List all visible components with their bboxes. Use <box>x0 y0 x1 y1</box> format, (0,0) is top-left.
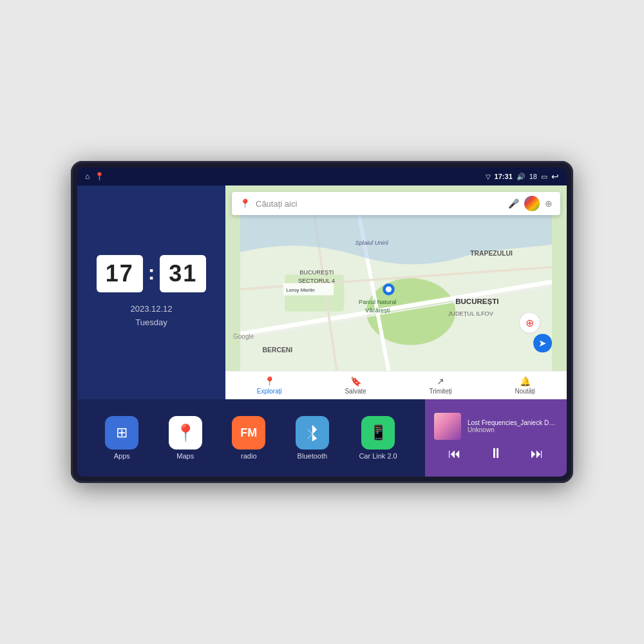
clock-panel: 17 : 31 2023.12.12 Tuesday <box>77 185 225 399</box>
prev-button[interactable]: ⏮ <box>448 447 461 460</box>
map-nav-explore[interactable]: 📍 Explorați <box>257 376 282 395</box>
app-shortcut-carlink[interactable]: 📱 Car Link 2.0 <box>359 416 397 460</box>
map-nav-share[interactable]: ↗ Trimiteți <box>430 376 452 395</box>
svg-text:➤: ➤ <box>538 337 547 348</box>
back-icon[interactable]: ↩ <box>551 171 559 182</box>
app-shortcut-radio[interactable]: FM radio <box>232 416 265 460</box>
clock-colon: : <box>148 261 155 285</box>
map-svg: TRAPEZULUI BUCUREȘTI JUDEȚUL ILFOV BERCE… <box>225 215 567 371</box>
next-button[interactable]: ⏭ <box>531 447 544 460</box>
map-search-placeholder: Căutați aici <box>256 199 503 209</box>
map-pin-icon: 📍 <box>240 198 251 209</box>
svg-text:⊕: ⊕ <box>526 317 534 328</box>
map-search-bar[interactable]: 📍 Căutați aici 🎤 ⊕ <box>232 192 560 215</box>
status-right-info: ▽ 17:31 🔊 18 ▭ ↩ <box>486 171 559 182</box>
clock-date: 2023.12.12 Tuesday <box>130 303 172 330</box>
music-info: Lost Frequencies_Janieck Devy-... Unknow… <box>468 419 558 433</box>
svg-text:BUCUREȘTI: BUCUREȘTI <box>455 298 498 305</box>
radio-icon: FM <box>232 416 265 450</box>
svg-point-16 <box>386 287 392 292</box>
music-artist: Unknown <box>468 426 558 433</box>
svg-text:BUCUREȘTI: BUCUREȘTI <box>299 269 334 276</box>
svg-text:Văcărești: Văcărești <box>365 307 390 314</box>
clock-minutes: 31 <box>160 255 206 292</box>
home-icon[interactable]: ⌂ <box>85 172 90 181</box>
music-title: Lost Frequencies_Janieck Devy-... <box>468 419 558 426</box>
bluetooth-label: Bluetooth <box>298 452 327 460</box>
music-panel: Lost Frequencies_Janieck Devy-... Unknow… <box>425 399 567 477</box>
map-background: TRAPEZULUI BUCUREȘTI JUDEȚUL ILFOV BERCE… <box>225 215 567 371</box>
svg-text:BERCENI: BERCENI <box>263 346 293 354</box>
carlink-icon: 📱 <box>361 416 395 450</box>
clock-display: 17 : 31 <box>97 255 207 292</box>
volume-icon: 🔊 <box>516 173 526 181</box>
map-panel[interactable]: 📍 Căutați aici 🎤 ⊕ <box>225 185 567 399</box>
app-shortcut-maps[interactable]: 📍 Maps <box>169 416 202 460</box>
battery-icon: ▭ <box>541 173 547 181</box>
apps-icon: ⊞ <box>105 416 138 450</box>
clock-hours: 17 <box>97 255 143 292</box>
signal-icon: ▽ <box>486 173 491 180</box>
battery-level: 18 <box>529 173 537 180</box>
status-left-icons: ⌂ 📍 <box>85 172 104 181</box>
music-controls: ⏮ ⏸ ⏭ <box>434 444 558 463</box>
app-shortcut-apps[interactable]: ⊞ Apps <box>105 416 138 460</box>
apps-section: ⊞ Apps 📍 Maps FM radio <box>77 399 425 477</box>
svg-text:JUDEȚUL ILFOV: JUDEȚUL ILFOV <box>448 310 494 317</box>
carlink-label: Car Link 2.0 <box>359 452 397 460</box>
map-nav-news[interactable]: 🔔 Noutăți <box>515 376 535 395</box>
top-section: 17 : 31 2023.12.12 Tuesday 📍 Căutați aic… <box>77 185 567 399</box>
map-bottom-bar: 📍 Explorați 🔖 Salvate ↗ Trimiteți 🔔 <box>225 371 567 399</box>
map-nav-saved[interactable]: 🔖 Salvate <box>345 376 366 395</box>
car-screen: ⌂ 📍 ▽ 17:31 🔊 18 ▭ ↩ 17 : <box>77 167 567 477</box>
svg-text:Splaiul Unirii: Splaiul Unirii <box>355 240 389 246</box>
layers-icon[interactable]: ⊕ <box>545 198 553 209</box>
maps-label: Maps <box>176 452 194 460</box>
maps-shortcut-icon[interactable]: 📍 <box>95 172 104 181</box>
main-area: 17 : 31 2023.12.12 Tuesday 📍 Căutați aic… <box>77 185 567 477</box>
user-avatar[interactable] <box>524 196 540 211</box>
maps-icon: 📍 <box>169 416 202 450</box>
svg-text:Parcul Natural: Parcul Natural <box>359 299 396 305</box>
music-top: Lost Frequencies_Janieck Devy-... Unknow… <box>434 413 558 440</box>
status-bar: ⌂ 📍 ▽ 17:31 🔊 18 ▭ ↩ <box>77 167 567 185</box>
svg-text:SECTORUL 4: SECTORUL 4 <box>298 278 335 284</box>
bottom-section: ⊞ Apps 📍 Maps FM radio <box>77 399 567 477</box>
status-time: 17:31 <box>495 173 513 180</box>
car-display-device: ⌂ 📍 ▽ 17:31 🔊 18 ▭ ↩ 17 : <box>71 161 573 483</box>
bluetooth-icon <box>296 416 329 450</box>
play-pause-button[interactable]: ⏸ <box>489 446 503 460</box>
app-shortcut-bluetooth[interactable]: Bluetooth <box>296 416 329 460</box>
radio-label: radio <box>241 452 256 460</box>
music-thumbnail <box>434 413 461 440</box>
mic-icon[interactable]: 🎤 <box>508 198 519 209</box>
svg-text:Leroy Merlin: Leroy Merlin <box>286 287 314 293</box>
svg-text:TRAPEZULUI: TRAPEZULUI <box>470 250 513 257</box>
google-logo: Google <box>233 333 254 340</box>
apps-label: Apps <box>114 452 130 460</box>
